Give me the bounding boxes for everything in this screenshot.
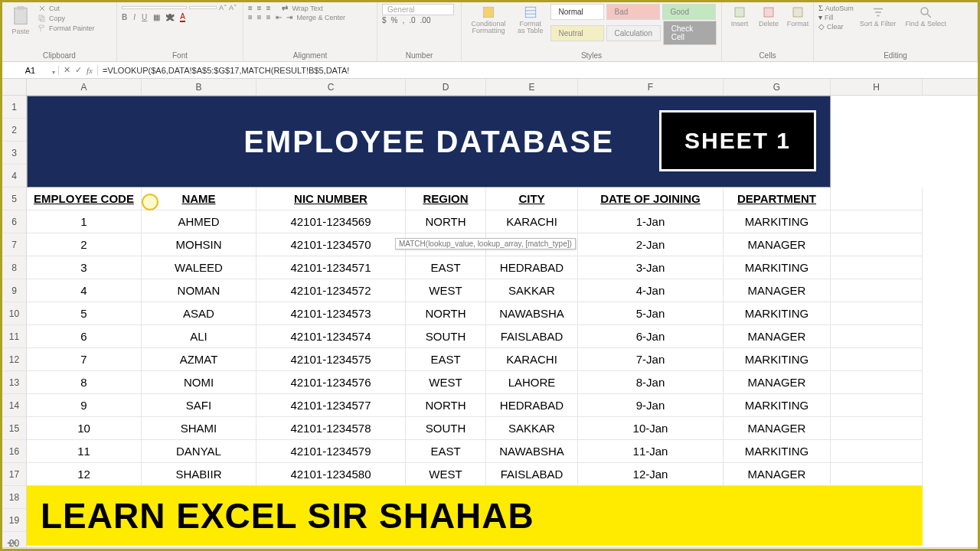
row-header-8[interactable]: 8 <box>2 256 26 279</box>
col-header-C[interactable]: C <box>256 79 406 95</box>
enter-formula-icon[interactable]: ✓ <box>75 65 82 75</box>
row-header-4[interactable]: 4 <box>2 165 26 187</box>
font-group-label: Font <box>122 51 238 61</box>
cut-button[interactable]: Cut <box>38 4 95 13</box>
clear-button[interactable]: ◇Clear <box>818 22 854 31</box>
name-box[interactable]: A1 <box>2 66 59 75</box>
find-select-button[interactable]: Find & Select <box>902 4 949 29</box>
underline-button[interactable]: U <box>142 13 147 21</box>
worksheet-grid[interactable]: EMPLOYEE DATABASE SHEET 1 MATCH(lookup_v… <box>27 96 978 547</box>
row-header-14[interactable]: 14 <box>2 394 26 417</box>
border-button[interactable]: ▦ <box>153 13 160 21</box>
svg-rect-1 <box>17 6 24 10</box>
number-group-label: Number <box>382 51 456 61</box>
row-header-10[interactable]: 10 <box>2 302 26 325</box>
sort-filter-button[interactable]: Sort & Filter <box>857 4 900 29</box>
row-header-9[interactable]: 9 <box>2 279 26 302</box>
table-row[interactable]: 9SAFI42101-1234577NORTHHEDRABAD9-JanMARK… <box>27 394 978 417</box>
table-row[interactable]: 12SHABIIR42101-1234580WESTFAISLABAD12-Ja… <box>27 463 978 486</box>
conditional-formatting-button[interactable]: Conditional Formatting <box>466 4 511 37</box>
table-row[interactable]: 6ALI42101-1234574SOUTHFAISLABAD6-JanMANA… <box>27 325 978 348</box>
select-all-corner[interactable] <box>2 79 27 96</box>
table-row[interactable]: 3WALEED42101-1234571EASTHEDRABAD3-JanMAR… <box>27 256 978 279</box>
fill-button[interactable]: ▾Fill <box>818 13 854 21</box>
row-header-1[interactable]: 1 <box>2 96 26 119</box>
fx-icon[interactable]: fx <box>87 66 93 75</box>
row-header-15[interactable]: 15 <box>2 417 26 440</box>
table-row[interactable]: 8NOMI42101-1234576WESTLAHORE8-JanMANAGER <box>27 371 978 394</box>
number-format-dropdown[interactable]: General <box>382 4 454 15</box>
cells-group-label: Cells <box>727 51 808 61</box>
style-neutral[interactable]: Neutral <box>550 25 604 41</box>
table-row[interactable]: 1AHMED42101-1234569NORTHKARACHI1-JanMARK… <box>27 210 978 233</box>
table-row[interactable]: 11DANYAL42101-1234579EASTNAWABSHA11-JanM… <box>27 440 978 463</box>
svg-rect-4 <box>483 7 494 18</box>
col-header-D[interactable]: D <box>406 79 486 95</box>
editing-group-label: Editing <box>818 51 972 61</box>
sheet-tab-strip: ◂ ▸ DATA RESULT ⊕ <box>2 547 978 551</box>
row-header-13[interactable]: 13 <box>2 371 26 394</box>
cancel-formula-icon[interactable]: ✕ <box>64 65 70 75</box>
svg-rect-10 <box>793 8 802 17</box>
row-header-16[interactable]: 16 <box>2 440 26 463</box>
row-header-12[interactable]: 12 <box>2 348 26 371</box>
svg-rect-3 <box>41 17 44 21</box>
svg-point-11 <box>921 8 928 15</box>
column-headers[interactable]: ABCDEFGH <box>27 79 978 96</box>
font-color-button[interactable]: A <box>180 12 185 22</box>
table-row[interactable]: 5ASAD42101-1234573NORTHNAWABSHA5-JanMARK… <box>27 302 978 325</box>
page-title: EMPLOYEE DATABASE <box>243 125 614 159</box>
style-bad[interactable]: Bad <box>606 4 660 20</box>
footer-banner: LEARN EXCEL SIR SHAHAB <box>27 486 923 546</box>
table-header: DATE OF JOINING <box>578 187 724 210</box>
paste-button[interactable]: Paste <box>7 4 34 37</box>
svg-rect-8 <box>735 8 744 17</box>
format-painter-button[interactable]: Format Painter <box>38 24 95 33</box>
col-header-F[interactable]: F <box>578 79 724 95</box>
copy-button[interactable]: Copy <box>38 14 95 23</box>
row-header-17[interactable]: 17 <box>2 463 26 486</box>
row-header-11[interactable]: 11 <box>2 325 26 348</box>
svg-rect-5 <box>525 7 536 18</box>
fill-color-button[interactable]: 🞴 <box>166 13 174 21</box>
table-row[interactable]: 10SHAMI42101-1234578SOUTHSAKKAR10-JanMAN… <box>27 417 978 440</box>
col-header-H[interactable]: H <box>831 79 923 95</box>
italic-button[interactable]: I <box>133 13 136 21</box>
table-row[interactable]: 4NOMAN42101-1234572WESTSAKKAR4-JanMANAGE… <box>27 279 978 302</box>
style-good[interactable]: Good <box>662 4 716 20</box>
table-header: DEPARTMENT <box>724 187 831 210</box>
table-row[interactable]: 7AZMAT42101-1234575EASTKARACHI7-JanMARKI… <box>27 348 978 371</box>
style-calculation[interactable]: Calculation <box>606 25 661 41</box>
title-banner: EMPLOYEE DATABASE SHEET 1 <box>27 96 831 187</box>
table-header: REGION <box>406 187 486 210</box>
bold-button[interactable]: B <box>122 13 127 21</box>
row-header-3[interactable]: 3 <box>2 142 26 165</box>
format-as-table-button[interactable]: Format as Table <box>514 4 547 37</box>
merge-center-button[interactable]: Merge & Center <box>297 14 346 21</box>
formula-bar: A1 ✕ ✓ fx =VLOOKUP($A6,DATA!$A$5:$G$17,M… <box>2 62 978 79</box>
formula-input[interactable]: =VLOOKUP($A6,DATA!$A$5:$G$17,MATCH(RESUL… <box>98 66 978 75</box>
tab-nav-arrows[interactable]: ◂ ▸ <box>7 538 17 546</box>
delete-cells-button[interactable]: Delete <box>756 4 782 29</box>
format-cells-button[interactable]: Format <box>785 4 811 29</box>
row-header-6[interactable]: 6 <box>2 210 26 233</box>
col-header-A[interactable]: A <box>27 79 142 95</box>
clipboard-group-label: Clipboard <box>7 51 112 61</box>
style-check-cell[interactable]: Check Cell <box>663 21 717 45</box>
wrap-text-button[interactable]: Wrap Text <box>292 5 323 12</box>
row-header-7[interactable]: 7 <box>2 233 26 256</box>
autosum-button[interactable]: ΣAutoSum <box>818 4 854 12</box>
insert-cells-button[interactable]: Insert <box>727 4 753 29</box>
row-header-2[interactable]: 2 <box>2 119 26 142</box>
col-header-B[interactable]: B <box>142 79 256 95</box>
row-header-5[interactable]: 5 <box>2 187 26 210</box>
row-headers[interactable]: 123456789101112131415161718192021 <box>2 96 27 547</box>
style-normal[interactable]: Normal <box>550 4 604 20</box>
styles-group-label: Styles <box>466 51 717 61</box>
col-header-G[interactable]: G <box>724 79 831 95</box>
svg-line-12 <box>927 14 931 18</box>
svg-rect-2 <box>39 15 43 20</box>
row-header-19[interactable]: 19 <box>2 509 26 532</box>
col-header-E[interactable]: E <box>486 79 578 95</box>
row-header-18[interactable]: 18 <box>2 486 26 509</box>
